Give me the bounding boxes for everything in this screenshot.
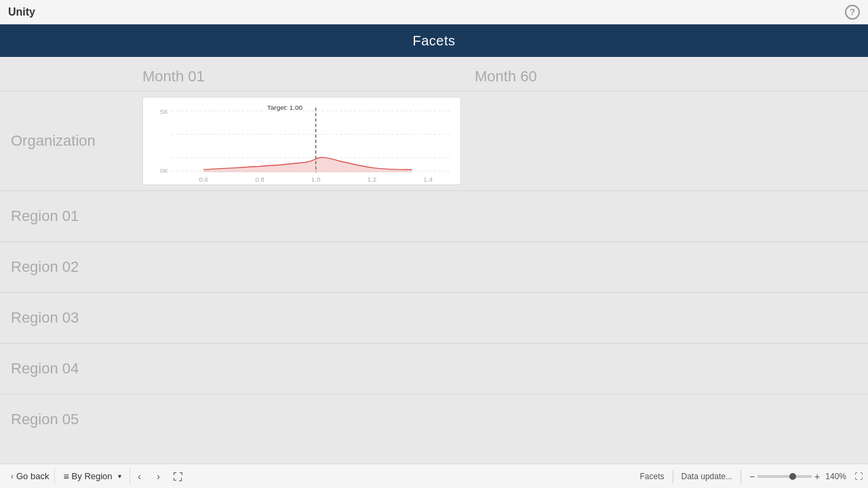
back-arrow-icon: ‹ (11, 472, 14, 481)
svg-text:Target: 1.00: Target: 1.00 (267, 104, 302, 111)
header-banner: Facets (0, 24, 868, 57)
region-03-row: Region 03 (0, 292, 868, 343)
organization-month60-area (468, 136, 868, 146)
app-title: Unity (8, 6, 35, 18)
by-region-button[interactable]: ≡ By Region ▾ (55, 468, 130, 485)
region-02-chart-area (136, 262, 468, 272)
facets-label: Facets (640, 472, 665, 481)
svg-text:5K: 5K (160, 108, 168, 115)
svg-text:0.6: 0.6 (199, 176, 208, 183)
nav-previous-button[interactable]: ‹ (130, 467, 149, 486)
region-02-month60-area (468, 262, 868, 272)
month-60-label: Month 60 (475, 68, 537, 85)
column-headers: Month 01 Month 60 (0, 57, 868, 91)
svg-text:0K: 0K (160, 167, 168, 174)
region-04-row: Region 04 (0, 343, 868, 394)
by-region-label: By Region (72, 471, 113, 481)
zoom-control[interactable]: − + 140% (749, 471, 846, 482)
region-01-row: Region 01 (0, 190, 868, 241)
region-04-month60-area (468, 363, 868, 374)
svg-text:0.8: 0.8 (255, 176, 264, 183)
data-update-label: Data update... (682, 472, 732, 481)
nav-next-button[interactable]: › (149, 467, 168, 486)
fullscreen-icon[interactable]: ⛶ (854, 472, 863, 481)
region-01-label: Region 01 (0, 201, 136, 232)
org-chart[interactable]: 5K 0K 0.6 0.8 1.0 1.2 1.4 Target: 1.00 (142, 97, 461, 185)
organization-label: Organization (0, 125, 136, 157)
region-01-month60-area (468, 211, 868, 222)
chevron-down-icon: ▾ (118, 472, 121, 480)
top-bar: Unity ? (0, 0, 868, 24)
region-03-month60-area (468, 312, 868, 323)
header-title: Facets (412, 33, 455, 49)
toolbar-divider-2 (741, 470, 741, 483)
region-02-label: Region 02 (0, 251, 136, 283)
region-03-label: Region 03 (0, 302, 136, 333)
main-content: Month 01 Month 60 Organization (0, 57, 868, 464)
zoom-slider-thumb (789, 473, 796, 480)
go-back-button[interactable]: ‹ Go back (5, 468, 55, 484)
zoom-level-label: 140% (825, 472, 846, 481)
month-60-header: Month 60 (468, 68, 868, 85)
region-05-month60-area (468, 414, 868, 425)
toolbar-right: Facets Data update... − + 140% ⛶ (640, 470, 863, 483)
organization-row: Organization 5K 0K (0, 91, 868, 190)
bottom-toolbar: ‹ Go back ≡ By Region ▾ ‹ › Facets Data … (0, 464, 868, 488)
organization-chart-area[interactable]: 5K 0K 0.6 0.8 1.0 1.2 1.4 Target: 1.00 (136, 92, 468, 190)
zoom-plus-icon[interactable]: + (814, 471, 820, 482)
region-05-chart-area (136, 414, 468, 425)
region-05-label: Region 05 (0, 404, 136, 435)
toolbar-divider (673, 470, 673, 483)
svg-text:1.2: 1.2 (368, 176, 377, 183)
region-04-label: Region 04 (0, 353, 136, 384)
month-01-label: Month 01 (142, 68, 205, 85)
zoom-slider[interactable] (757, 475, 812, 478)
region-03-chart-area (136, 312, 468, 323)
zoom-minus-icon[interactable]: − (749, 471, 755, 482)
list-icon: ≡ (63, 471, 68, 482)
help-icon[interactable]: ? (845, 5, 860, 20)
row-label-spacer (0, 68, 136, 85)
region-05-row: Region 05 (0, 394, 868, 445)
region-04-chart-area (136, 363, 468, 374)
go-back-label: Go back (16, 471, 49, 481)
month-01-header: Month 01 (136, 68, 468, 85)
svg-text:1.0: 1.0 (311, 176, 321, 183)
region-01-chart-area (136, 211, 468, 222)
region-02-row: Region 02 (0, 241, 868, 292)
expand-button[interactable] (168, 467, 187, 486)
svg-text:1.4: 1.4 (423, 176, 433, 183)
